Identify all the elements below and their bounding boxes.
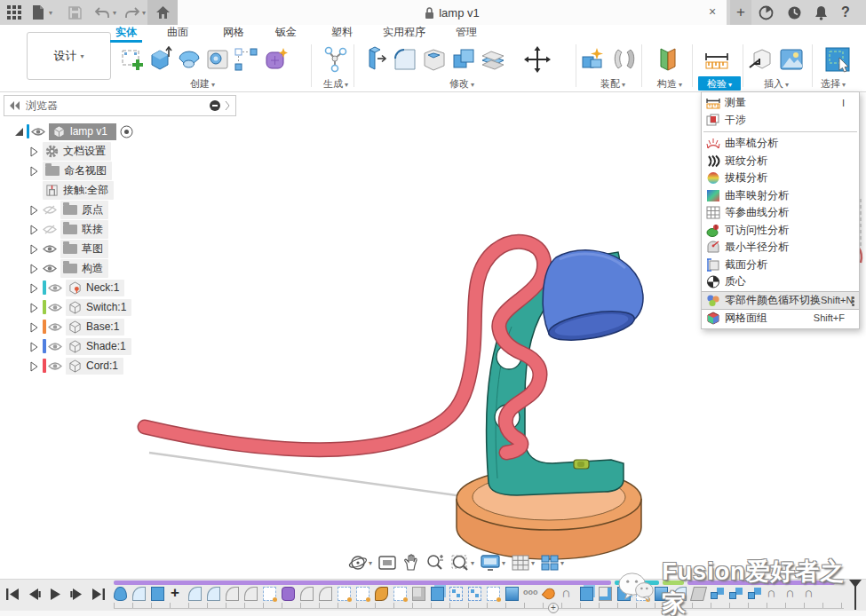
menu-item-component-color-cycle[interactable]: 零部件颜色循环切换 Shift+N	[702, 291, 859, 310]
fillet-feature-icon[interactable]	[673, 587, 687, 601]
group-assemble[interactable]: 装配▾	[586, 76, 640, 91]
component-feature-icon[interactable]	[599, 587, 612, 601]
tab-sheetmetal[interactable]: 钣金	[268, 25, 304, 43]
tree-component-neck[interactable]: Neck:1	[4, 278, 240, 297]
notifications-icon[interactable]	[810, 0, 831, 25]
insert-derive-icon[interactable]	[748, 46, 775, 73]
create-sketch-icon[interactable]	[119, 46, 146, 73]
component-color-swatch[interactable]	[43, 300, 46, 314]
fillet-feature-icon[interactable]	[132, 587, 146, 601]
fillet-feature-icon[interactable]	[188, 587, 202, 601]
collapsed-arrow-icon[interactable]	[30, 361, 39, 371]
menu-item-curvature-map[interactable]: 曲率映射分析	[702, 187, 859, 205]
pan-icon[interactable]	[402, 554, 420, 572]
component-color-swatch[interactable]	[43, 359, 46, 373]
tree-node-origin[interactable]: 原点	[4, 200, 240, 219]
rigid-group-feature-icon[interactable]	[748, 587, 761, 601]
more-options-icon[interactable]	[852, 296, 855, 307]
visibility-eye-icon[interactable]	[48, 303, 62, 312]
tree-component-cord[interactable]: Cord:1	[4, 356, 240, 375]
tab-surface[interactable]: 曲面	[160, 25, 195, 43]
menu-item-accessibility-analysis[interactable]: 可访问性分析	[702, 222, 859, 240]
fillet-icon[interactable]	[392, 46, 418, 73]
menu-item-zebra-analysis[interactable]: 斑纹分析	[702, 153, 859, 170]
extrude-feature-icon[interactable]	[655, 587, 668, 601]
collapsed-arrow-icon[interactable]	[30, 342, 39, 351]
document-tab[interactable]: lamp v1 ×	[178, 0, 727, 25]
orbit-icon[interactable]: ▾	[348, 553, 372, 573]
browser-header[interactable]: 浏览器	[4, 95, 236, 116]
close-tab-icon[interactable]: ×	[705, 4, 719, 19]
generative-study-icon[interactable]	[322, 46, 348, 73]
component-color-swatch[interactable]	[43, 280, 46, 295]
group-modify[interactable]: 修改▾	[433, 76, 490, 91]
timeline-group-bar[interactable]	[663, 580, 684, 585]
rigid-group-feature-icon[interactable]	[729, 587, 743, 601]
visibility-off-eye-icon[interactable]	[43, 225, 57, 234]
ground-pin-feature-icon[interactable]	[542, 586, 557, 602]
collapsed-arrow-icon[interactable]	[30, 283, 39, 293]
sketch-feature-icon[interactable]	[263, 587, 276, 601]
loft-feature-icon[interactable]	[375, 587, 388, 601]
joint-icon[interactable]	[611, 46, 638, 73]
menu-item-min-radius-analysis[interactable]: 最小半径分析	[702, 239, 859, 257]
mirror-feature-icon[interactable]	[412, 587, 425, 601]
tree-component-shade[interactable]: Shade:1	[4, 336, 240, 356]
zoom-icon[interactable]	[425, 554, 445, 572]
fillet-feature-icon[interactable]	[207, 587, 220, 601]
panel-resize-icon[interactable]	[225, 100, 230, 111]
press-pull-icon[interactable]	[362, 46, 389, 73]
combine-feature-icon[interactable]	[617, 587, 631, 601]
collapsed-arrow-icon[interactable]	[30, 146, 39, 156]
select-icon[interactable]	[824, 46, 851, 73]
create-form-icon[interactable]	[263, 46, 290, 73]
visibility-off-eye-icon[interactable]	[43, 205, 57, 215]
job-status-icon[interactable]	[755, 0, 776, 25]
sketch-feature-icon[interactable]	[636, 587, 649, 601]
fillet-feature-icon[interactable]	[319, 587, 332, 601]
home-tab[interactable]	[147, 0, 178, 25]
combine-feature-icon[interactable]	[431, 587, 444, 601]
collapsed-arrow-icon[interactable]	[30, 264, 39, 273]
appearance-feature-icon[interactable]	[524, 587, 537, 601]
new-tab-button[interactable]: +	[730, 0, 751, 25]
collapsed-arrow-icon[interactable]	[30, 303, 39, 312]
display-toggle-icon[interactable]	[209, 99, 221, 112]
tree-root-row[interactable]: lamp v1	[4, 122, 240, 141]
menu-item-curvature-comb[interactable]: 曲率梳分析	[702, 135, 859, 153]
group-create[interactable]: 创建▾	[174, 76, 231, 91]
expanded-arrow-icon[interactable]	[14, 127, 23, 137]
hole-icon[interactable]	[204, 46, 231, 73]
collapsed-arrow-icon[interactable]	[30, 244, 39, 254]
go-to-start-button[interactable]	[5, 587, 20, 602]
tree-component-base[interactable]: Base:1	[4, 317, 240, 336]
tab-manage[interactable]: 管理	[449, 25, 484, 43]
rigid-group-feature-icon[interactable]	[711, 587, 724, 601]
tab-utilities[interactable]: 实用程序	[377, 25, 431, 43]
component-color-swatch[interactable]	[43, 339, 46, 353]
form-feature-icon[interactable]	[282, 587, 295, 601]
undo-menu-caret-icon[interactable]: ▾	[110, 0, 119, 25]
pattern-icon[interactable]	[233, 46, 259, 73]
sketch-feature-icon[interactable]	[356, 587, 369, 601]
canvas-icon[interactable]	[778, 46, 805, 73]
visibility-eye-icon[interactable]	[43, 264, 57, 273]
revolve-icon[interactable]	[176, 46, 203, 73]
workspace-selector[interactable]: 设计▾	[27, 32, 111, 80]
primitive-cylinder-feature-icon[interactable]	[114, 587, 127, 601]
group-inspect[interactable]: 检验▾	[698, 76, 741, 91]
viewports-icon[interactable]: ▾	[540, 554, 564, 572]
collapsed-arrow-icon[interactable]	[30, 322, 39, 332]
measure-icon[interactable]	[703, 46, 730, 73]
fillet-feature-icon[interactable]	[300, 587, 314, 601]
visibility-eye-icon[interactable]	[48, 361, 62, 371]
activate-radio-icon[interactable]	[120, 125, 133, 138]
extrude-feature-icon[interactable]	[505, 587, 519, 601]
file-menu-caret-icon[interactable]: ▾	[46, 0, 55, 25]
visibility-eye-icon[interactable]	[31, 127, 45, 137]
joint-feature-icon[interactable]	[804, 587, 817, 601]
file-icon[interactable]	[30, 0, 46, 25]
tab-plastic[interactable]: 塑料	[324, 25, 360, 43]
joint-feature-icon[interactable]	[561, 587, 575, 601]
redo-icon[interactable]	[124, 0, 140, 25]
